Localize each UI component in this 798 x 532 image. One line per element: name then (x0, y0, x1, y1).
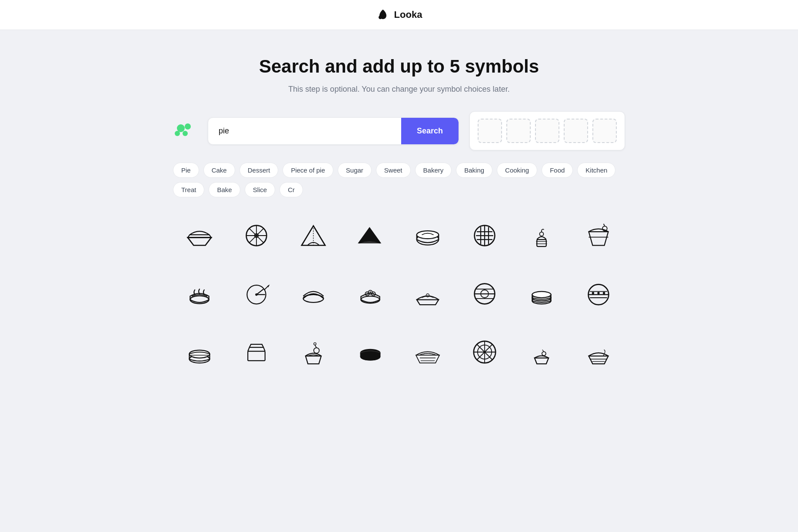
svg-point-40 (592, 292, 594, 294)
logo: Looka (376, 8, 422, 22)
icon-pie-slice-triangle[interactable] (287, 213, 340, 258)
svg-line-47 (315, 345, 317, 348)
svg-rect-45 (248, 351, 265, 361)
svg-point-41 (598, 292, 600, 294)
svg-point-2 (175, 131, 180, 136)
tag-kitchen[interactable]: Kitchen (577, 163, 615, 178)
tag-baking[interactable]: Baking (456, 163, 492, 178)
tag-sugar[interactable]: Sugar (338, 163, 372, 178)
slot-2[interactable] (506, 119, 531, 143)
svg-point-48 (314, 342, 316, 345)
svg-point-38 (532, 292, 551, 298)
logo-text: Looka (394, 9, 422, 20)
svg-point-33 (426, 294, 429, 297)
page-title: Search and add up to 5 symbols (173, 56, 625, 77)
logo-icon (376, 8, 390, 22)
icon-pie-top-lines[interactable] (230, 213, 283, 258)
tag-treat[interactable]: Treat (173, 182, 204, 197)
tag-dessert[interactable]: Dessert (239, 163, 279, 178)
svg-point-32 (373, 293, 375, 295)
slot-5[interactable] (592, 119, 617, 143)
svg-point-50 (360, 349, 381, 357)
svg-point-31 (370, 292, 372, 293)
dots-logo-icon (173, 119, 197, 143)
svg-point-12 (416, 231, 438, 239)
tag-bakery[interactable]: Bakery (415, 163, 452, 178)
icons-grid (173, 213, 625, 375)
svg-point-46 (314, 348, 319, 353)
tag-bake[interactable]: Bake (209, 182, 240, 197)
icon-pie-lattice[interactable] (458, 213, 511, 258)
search-input[interactable] (208, 118, 401, 144)
slot-1[interactable] (478, 119, 502, 143)
svg-rect-14 (537, 239, 546, 246)
icon-pie-stack[interactable] (515, 271, 568, 316)
icon-pie-outline[interactable] (287, 271, 340, 316)
tag-slice[interactable]: Slice (245, 182, 276, 197)
tag-piece-of-pie[interactable]: Piece of pie (283, 163, 333, 178)
svg-point-42 (603, 292, 605, 294)
icon-pie-slice-layers[interactable] (173, 213, 226, 258)
svg-line-21 (604, 224, 605, 226)
icon-pie-berries[interactable] (344, 271, 397, 316)
icon-pie-steam[interactable] (173, 271, 226, 316)
svg-point-3 (183, 131, 188, 136)
icon-round-pie-lattice-1[interactable] (458, 271, 511, 316)
tag-sweet[interactable]: Sweet (376, 163, 411, 178)
icon-pie-slice-sketch[interactable] (401, 329, 454, 375)
svg-point-1 (185, 123, 191, 130)
icon-pie-round-3d[interactable] (173, 329, 226, 375)
icon-round-cake[interactable] (572, 271, 625, 316)
slot-4[interactable] (564, 119, 588, 143)
tag-cr[interactable]: Cr (279, 182, 303, 197)
icon-slice-with-cherry[interactable] (287, 329, 340, 375)
svg-point-15 (540, 232, 544, 236)
tag-food[interactable]: Food (542, 163, 573, 178)
slot-3[interactable] (535, 119, 559, 143)
icon-slice-geometric[interactable] (230, 329, 283, 375)
svg-point-30 (366, 293, 368, 295)
tag-cooking[interactable]: Cooking (497, 163, 537, 178)
search-row: Search (173, 111, 625, 150)
svg-line-58 (542, 350, 544, 352)
svg-point-44 (189, 350, 209, 358)
svg-point-24 (255, 293, 257, 296)
tag-cake[interactable]: Cake (203, 163, 235, 178)
site-header: Looka (0, 0, 798, 30)
icon-pie-whole-simple[interactable] (401, 213, 454, 258)
search-bar: Search (208, 117, 459, 145)
main-content: Search and add up to 5 symbols This step… (160, 30, 638, 392)
symbol-slots (469, 111, 625, 150)
icon-slice-cream[interactable] (401, 271, 454, 316)
icon-pie-slice-cherry[interactable] (572, 213, 625, 258)
icon-pie-slice-filled[interactable] (344, 213, 397, 258)
icon-pie-whole-dark[interactable] (344, 329, 397, 375)
icon-pudding-cherry[interactable] (515, 213, 568, 258)
page-subtitle: This step is optional. You can change yo… (173, 85, 625, 94)
icon-pie-slice-minimal[interactable] (515, 329, 568, 375)
tag-pie[interactable]: Pie (173, 163, 199, 178)
search-button[interactable]: Search (401, 118, 459, 144)
tags-row: Pie Cake Dessert Piece of pie Sugar Swee… (173, 163, 625, 197)
icon-pie-slice-cut[interactable] (230, 271, 283, 316)
icon-citrus-wheel[interactable] (458, 329, 511, 375)
icon-pie-slice-drip[interactable] (572, 329, 625, 375)
svg-point-57 (542, 352, 546, 356)
